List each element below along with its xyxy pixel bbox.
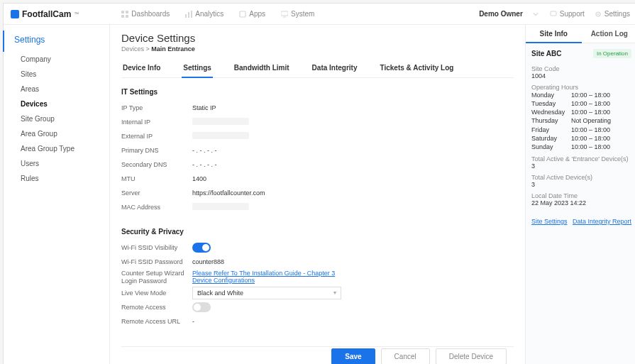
sidebar-item-sites[interactable]: Sites (4, 67, 109, 82)
save-button[interactable]: Save (331, 348, 375, 364)
hours-row: Tuesday10:00 – 18:00 (531, 99, 631, 108)
delete-device-button[interactable]: Delete Device (436, 348, 507, 364)
svg-rect-0 (121, 11, 124, 13)
label-primary-dns: Primary DNS (121, 147, 192, 154)
tab-system[interactable]: System (281, 10, 314, 18)
value-ssid-visibility (192, 243, 211, 253)
current-user[interactable]: Demo Owner (479, 10, 523, 18)
tab-apps[interactable]: Apps (239, 10, 265, 18)
tab-settings[interactable]: Settings (182, 60, 212, 77)
label-mac: MAC Address (121, 204, 192, 211)
value-ssid-password: counter888 (192, 258, 224, 265)
topbar: FootfallCam™ Dashboards Analytics Apps (4, 4, 635, 25)
svg-rect-10 (551, 11, 556, 16)
svg-rect-2 (121, 15, 124, 18)
value-internal-ip (192, 118, 249, 126)
data-integrity-report-link[interactable]: Data Integrity Report (573, 218, 631, 225)
gear-icon (595, 11, 602, 18)
value-wizard-password: Please Refer To The Installation Guide -… (192, 270, 348, 284)
row-ssid-password: Wi-Fi SSID Password counter888 (121, 255, 514, 268)
sidebar-item-areas[interactable]: Areas (4, 82, 109, 96)
select-live-view[interactable]: Black and White ▾ (192, 287, 341, 299)
brand-logo[interactable]: FootfallCam™ (11, 9, 79, 19)
row-ip-type: IP Type Static IP (121, 101, 514, 114)
sidebar-item-devices[interactable]: Devices (4, 96, 109, 111)
hours-row: Sunday10:00 – 18:00 (531, 143, 631, 151)
hours-list: Monday10:00 – 18:00 Tuesday10:00 – 18:00… (531, 91, 631, 151)
select-live-view-value: Black and White (197, 289, 243, 297)
breadcrumb: Devices > Main Entrance (121, 45, 514, 53)
tab-dashboards[interactable]: Dashboards (121, 10, 170, 18)
label-external-ip: External IP (121, 133, 192, 140)
hours-range: 10:00 – 18:00 (571, 134, 610, 143)
label-ssid-password: Wi-Fi SSID Password (121, 258, 192, 265)
settings-link[interactable]: Settings (595, 10, 630, 18)
support-link[interactable]: Support (550, 10, 585, 18)
sidebar-item-area-group[interactable]: Area Group (4, 126, 109, 141)
value-ip-type: Static IP (192, 104, 216, 111)
tab-device-info[interactable]: Device Info (121, 60, 162, 77)
user-dropdown-icon[interactable] (533, 11, 540, 18)
hours-day: Saturday (531, 134, 571, 143)
value-external-ip (192, 132, 249, 140)
tab-action-log[interactable]: Action Log (582, 25, 636, 43)
label-remote-access: Remote Access (121, 304, 192, 311)
row-ssid-visibility: Wi-Fi SSID Visibility (121, 241, 514, 254)
row-secondary-dns: Secondary DNS - . - . - . - (121, 158, 514, 171)
toggle-ssid-visibility[interactable] (192, 243, 211, 253)
brand-name: FootfallCam (22, 9, 71, 19)
site-code-value: 1004 (531, 72, 631, 79)
total-active-label: Total Active Device(s) (531, 174, 631, 181)
redacted-block (192, 118, 249, 125)
support-label: Support (560, 10, 585, 18)
wizard-guide-link[interactable]: Please Refer To The Installation Guide -… (192, 270, 348, 284)
label-internal-ip: Internal IP (121, 118, 192, 126)
breadcrumb-current: Main Entrance (151, 45, 195, 53)
settings-label: Settings (604, 10, 630, 18)
hours-range: 10:00 – 18:00 (571, 99, 610, 108)
tab-analytics[interactable]: Analytics (185, 10, 223, 18)
site-code-label: Site Code (531, 65, 631, 72)
sidebar-item-rules[interactable]: Rules (4, 171, 109, 186)
tab-tickets[interactable]: Tickets & Activity Log (379, 60, 455, 77)
svg-rect-4 (185, 14, 187, 18)
tab-bandwidth[interactable]: Bandwidth Limit (233, 60, 291, 77)
sidebar-item-company[interactable]: Company (4, 52, 109, 67)
svg-rect-5 (188, 12, 189, 18)
hours-day: Wednesday (531, 108, 571, 116)
footer-actions: Save Cancel Delete Device (121, 346, 514, 364)
sidebar-item-site-group[interactable]: Site Group (4, 111, 109, 126)
right-panel-tabs: Site Info Action Log (526, 25, 635, 43)
hours-day: Monday (531, 91, 571, 99)
left-nav-title: Settings (3, 31, 109, 52)
row-remote-access: Remote Access (121, 301, 514, 314)
sidebar-item-users[interactable]: Users (4, 156, 109, 171)
hours-range: Not Operating (571, 116, 611, 125)
value-secondary-dns: - . - . - . - (192, 161, 217, 168)
svg-point-12 (597, 13, 599, 15)
site-settings-link[interactable]: Site Settings (531, 218, 568, 225)
local-datetime-value: 22 May 2023 14:22 (531, 199, 631, 206)
section-security: Security & Privacy (121, 228, 514, 236)
label-secondary-dns: Secondary DNS (121, 161, 192, 168)
hours-range: 10:00 – 18:00 (571, 126, 610, 134)
label-ip-type: IP Type (121, 104, 192, 111)
total-entrance-value: 3 (531, 162, 631, 170)
tab-data-integrity[interactable]: Data Integrity (311, 60, 359, 77)
tab-site-info[interactable]: Site Info (526, 25, 582, 43)
value-mtu: 1400 (192, 175, 206, 182)
device-tabs: Device Info Settings Bandwidth Limit Dat… (121, 60, 514, 78)
hours-day: Sunday (531, 143, 571, 151)
tab-system-label: System (291, 10, 314, 18)
tab-dashboards-label: Dashboards (131, 10, 170, 18)
page-title: Device Settings (121, 32, 514, 44)
label-live-view: Live View Mode (121, 289, 192, 297)
breadcrumb-parent[interactable]: Devices (121, 45, 144, 53)
row-live-view: Live View Mode Black and White ▾ (121, 287, 514, 299)
sidebar-item-area-group-type[interactable]: Area Group Type (4, 141, 109, 156)
content-scroll[interactable]: IT Settings IP Type Static IP Internal I… (121, 87, 514, 346)
status-badge: In Operation (593, 49, 631, 58)
hours-range: 10:00 – 18:00 (571, 143, 610, 151)
toggle-remote-access[interactable] (192, 302, 211, 312)
cancel-button[interactable]: Cancel (381, 348, 430, 364)
